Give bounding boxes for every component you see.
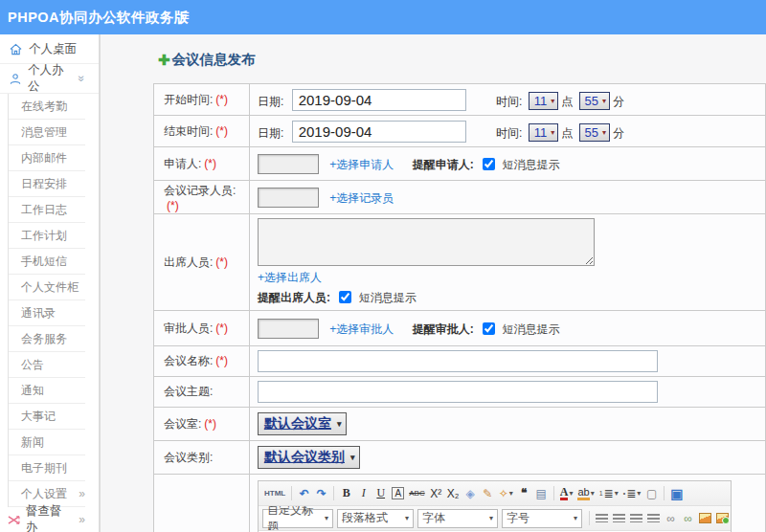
hour-value: 11	[534, 94, 548, 108]
html-source-button[interactable]: HTML	[262, 484, 287, 503]
sidebar-item-work-plan[interactable]: 工作计划	[9, 223, 85, 249]
applicant-sms-checkbox[interactable]	[483, 158, 495, 170]
link-icon[interactable]: ∞	[663, 509, 679, 528]
room-value: 默认会议室	[264, 415, 331, 432]
unordered-list-icon[interactable]: •≣▾	[621, 484, 643, 503]
sidebar-item-work-log[interactable]: 工作日志	[9, 197, 85, 223]
sub-item-label: 手机短信	[21, 249, 67, 274]
undo-icon[interactable]: ↶	[296, 484, 312, 503]
sub-item-label: 新闻	[21, 430, 44, 454]
sidebar-item-sms[interactable]: 手机短信	[9, 249, 85, 275]
insert-image-icon[interactable]	[697, 509, 713, 528]
select-recorder-link[interactable]: +选择记录员	[329, 191, 394, 205]
sidebar-item-news[interactable]: 新闻	[9, 430, 85, 455]
end-hour-select[interactable]: 11▾	[529, 123, 559, 142]
main-content: ✚ 会议信息发布 开始时间:(*) 日期: 时间: 11▾点 55▾分 结束时间…	[101, 34, 766, 532]
select-label: 字号	[507, 510, 529, 526]
redo-icon[interactable]: ↷	[313, 484, 329, 503]
approver-sms-checkbox[interactable]	[483, 322, 495, 335]
superscript-icon[interactable]: X²	[428, 484, 444, 503]
end-minute-select[interactable]: 55▾	[579, 123, 610, 142]
quick-format-icon[interactable]: ✧▾	[497, 484, 515, 503]
caret-down-icon: ▾	[602, 128, 606, 137]
attendees-sms-checkbox[interactable]	[339, 291, 351, 303]
meeting-room-select[interactable]: 默认会议室▾	[258, 412, 347, 435]
italic-icon[interactable]: I	[355, 484, 372, 503]
sidebar-item-message-management[interactable]: 消息管理	[9, 120, 85, 145]
ordered-list-icon[interactable]: 1≣▾	[597, 484, 620, 503]
end-date-input[interactable]	[292, 121, 466, 143]
form-row-recorder: 会议记录人员:(*) +选择记录员	[154, 181, 766, 214]
fullscreen-icon[interactable]: ▣	[668, 484, 685, 503]
hour-unit: 点	[561, 126, 573, 140]
meeting-topic-input[interactable]	[258, 381, 658, 403]
plus-icon: ✚	[158, 52, 170, 69]
sub-item-label: 公告	[21, 352, 44, 377]
minute-unit: 分	[613, 95, 624, 108]
format-brush-icon[interactable]: ✎	[480, 484, 496, 503]
attendees-textarea[interactable]	[258, 218, 595, 266]
field-label: 结束时间:	[164, 124, 213, 138]
start-date-input[interactable]	[292, 89, 466, 111]
form-row-meeting-category: 会议类别: 默认会议类别▾	[154, 441, 766, 475]
blockquote-icon[interactable]: ❝	[516, 484, 532, 503]
font-family-select[interactable]: 字体▾	[417, 509, 498, 528]
sidebar-item-schedule[interactable]: 日程安排	[9, 171, 85, 197]
sidebar-item-personal-cabinet[interactable]: 个人文件柜	[9, 275, 85, 300]
new-page-icon[interactable]: ▢	[643, 484, 660, 503]
sidebar-item-internal-mail[interactable]: 内部邮件	[9, 145, 85, 171]
meeting-category-select[interactable]: 默认会议类别▾	[258, 446, 360, 469]
eraser-icon[interactable]: ◈	[462, 484, 479, 503]
select-applicant-link[interactable]: +选择申请人	[329, 158, 394, 171]
start-minute-select[interactable]: 55▾	[579, 92, 610, 110]
home-icon	[10, 43, 22, 55]
bold-icon[interactable]: B	[338, 484, 354, 503]
subscript-icon[interactable]: X₂	[445, 484, 462, 503]
select-attendees-link[interactable]: +选择出席人	[258, 271, 322, 284]
sidebar-item-e-journal[interactable]: 电子期刊	[9, 455, 85, 481]
underline-icon[interactable]: U	[372, 484, 389, 503]
font-color-icon[interactable]: A▾	[558, 484, 575, 503]
upload-image-icon[interactable]	[714, 509, 731, 528]
caret-down-icon: ▾	[591, 489, 595, 498]
sidebar-item-online-attendance[interactable]: 在线考勤	[9, 94, 85, 120]
quick-format-glyph: ✧	[499, 487, 508, 500]
align-justify-icon[interactable]	[645, 509, 662, 528]
sub-item-label: 内部邮件	[21, 145, 67, 170]
sidebar-item-announcement[interactable]: 公告	[9, 352, 85, 378]
recorder-input[interactable]	[258, 188, 319, 208]
sidebar-item-contacts[interactable]: 通讯录	[9, 300, 85, 326]
align-center-icon[interactable]	[611, 509, 627, 528]
remind-applicant-label: 提醒申请人:	[413, 158, 474, 171]
page-title: ✚ 会议信息发布	[158, 51, 766, 69]
highlight-color-icon[interactable]: ab▾	[575, 484, 596, 503]
sms-label: 短消息提示	[359, 291, 417, 304]
sidebar-item-office[interactable]: 个人办公 »	[0, 64, 99, 94]
paragraph-format-select[interactable]: 段落格式▾	[337, 509, 414, 528]
applicant-input[interactable]	[258, 154, 319, 174]
font-border-icon[interactable]: A	[392, 487, 404, 499]
unlink-icon[interactable]: ∞	[680, 509, 696, 528]
app-title: PHPOA协同办公软件政务版	[8, 0, 189, 34]
remind-attendees-label: 提醒出席人员:	[258, 291, 330, 304]
align-right-icon[interactable]	[628, 509, 644, 528]
approver-input[interactable]	[258, 319, 319, 339]
start-hour-select[interactable]: 11▾	[529, 92, 559, 110]
strikethrough-icon[interactable]: ABC	[407, 484, 426, 503]
align-left-icon[interactable]	[594, 509, 610, 528]
form-row-attendees: 出席人员:(*) +选择出席人 提醒出席人员: 短消息提示	[154, 214, 766, 311]
custom-title-select[interactable]: 自定义标题▾	[262, 509, 333, 528]
sub-item-label: 会务服务	[21, 326, 67, 351]
ordered-list-num: 1	[599, 490, 603, 497]
sidebar-item-desktop[interactable]: 个人桌面	[0, 34, 99, 64]
sidebar-item-conference-service[interactable]: 会务服务	[9, 326, 85, 352]
sidebar-item-supervision[interactable]: 督查督办 »	[0, 507, 99, 532]
hamburger-menu-icon[interactable]: ≡	[180, 0, 190, 33]
select-approver-link[interactable]: +选择审批人	[329, 322, 394, 336]
meeting-name-input[interactable]	[258, 350, 658, 372]
sidebar-item-memorabilia[interactable]: 大事记	[9, 404, 85, 430]
font-size-select[interactable]: 字号▾	[502, 509, 582, 528]
required-mark: (*)	[215, 124, 228, 138]
sidebar-item-notice[interactable]: 通知	[9, 378, 85, 404]
paste-as-text-icon[interactable]: ▤	[533, 484, 550, 503]
